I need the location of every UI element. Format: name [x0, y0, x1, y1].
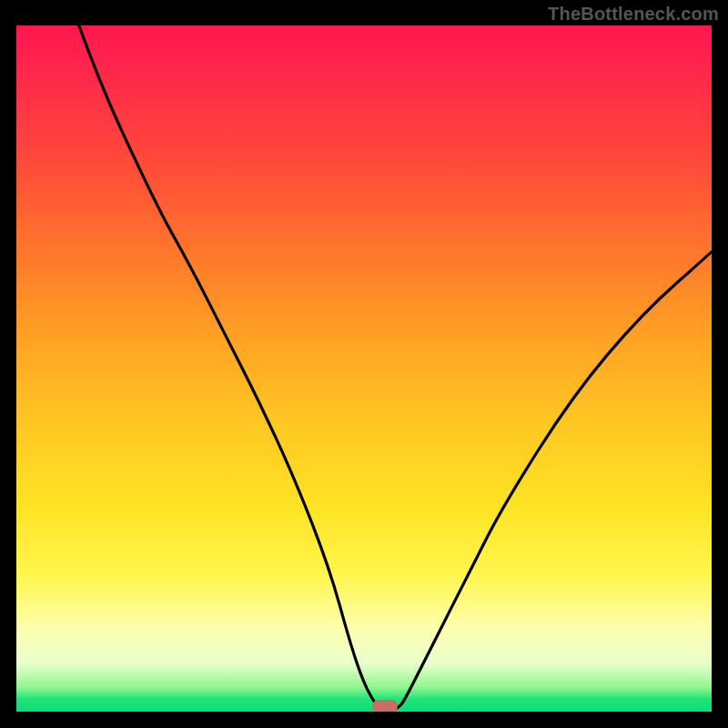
optimum-marker [372, 700, 398, 712]
watermark-text: TheBottleneck.com [548, 4, 719, 25]
curve-path [16, 25, 712, 711]
chart-frame: TheBottleneck.com [0, 0, 728, 728]
bottleneck-curve [16, 25, 712, 712]
plot-area [16, 25, 712, 712]
